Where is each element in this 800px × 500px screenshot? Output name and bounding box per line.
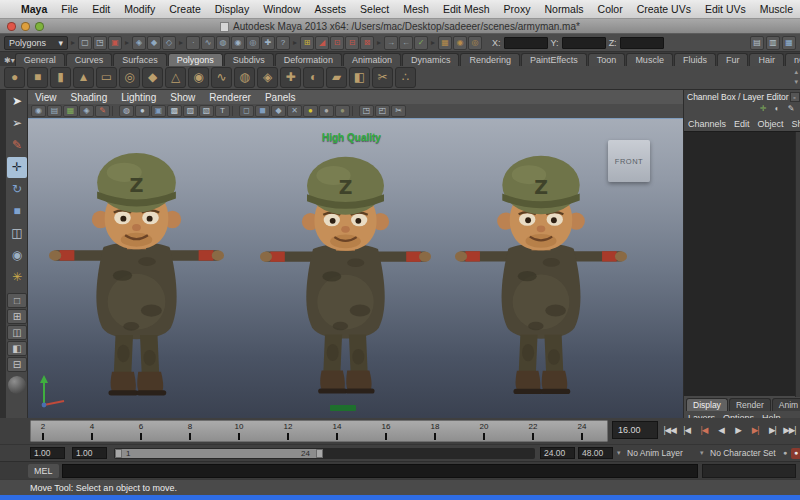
poly-helix-icon[interactable]: ∿ [211,67,232,88]
motion-blur-icon[interactable]: T [215,105,230,117]
xray-joints-icon[interactable]: ◰ [375,105,390,117]
command-line-mode-button[interactable]: MEL [28,464,59,478]
shelf-scroll-up-icon[interactable]: ▴ [794,67,798,77]
step-back-key-button[interactable]: |◀ [695,420,712,440]
merge-vertex-icon[interactable]: ∴ [395,67,416,88]
bookmarks-icon[interactable]: ▤ [47,105,62,117]
bevel-icon[interactable]: ◧ [349,67,370,88]
paint-effects-panel-button[interactable] [8,376,26,394]
menubar-item-maya[interactable]: Maya [14,0,54,18]
group-separator-icon[interactable]: ▸ [377,38,381,47]
select-hierarchy-icon[interactable]: ◈ [132,36,146,50]
persp-outliner-layout[interactable]: ◧ [7,341,27,356]
anim-layer-caret-icon[interactable]: ▾ [617,449,621,457]
poly-torus-icon[interactable]: ◎ [119,67,140,88]
soft-modification-tool[interactable]: ◉ [7,245,27,266]
shelf-tab-ncloth[interactable]: nCloth [785,53,800,66]
poly-cube-icon[interactable]: ■ [27,67,48,88]
range-end-handle[interactable] [316,449,323,458]
auto-keyframe-icon[interactable]: ● [791,448,800,459]
shelf-tab-hair[interactable]: Hair [749,53,784,66]
shelf-tab-muscle[interactable]: Muscle [626,53,673,66]
poly-platonic-icon[interactable]: ◈ [257,67,278,88]
camera-attributes-icon[interactable]: ◉ [31,105,46,117]
screen-space-ao-icon[interactable]: ▧ [199,105,214,117]
group-separator-icon[interactable]: ▸ [293,38,297,47]
step-back-frame-button[interactable]: |◀ [678,420,695,440]
menubar-item-proxy[interactable]: Proxy [497,0,538,18]
group-separator-icon[interactable]: ▸ [71,38,75,47]
exposure-icon[interactable]: ✂ [391,105,406,117]
group-separator-icon[interactable]: ▸ [125,38,129,47]
output-connections-icon[interactable]: ← [399,36,413,50]
animation-end-field[interactable]: 48.00 [578,447,613,459]
snap-surface-icon[interactable]: ⊠ [360,36,374,50]
layer-editor-tab-render[interactable]: Render [729,398,771,411]
combine-icon[interactable]: ✚ [280,67,301,88]
channel-box-menu-show[interactable]: Show [788,119,800,129]
poly-pipe-icon[interactable]: ◉ [188,67,209,88]
textured-icon[interactable]: ▣ [151,105,166,117]
z-coordinate-field[interactable] [620,37,664,49]
step-forward-key-button[interactable]: ▶| [747,420,764,440]
poly-cylinder-icon[interactable]: ▮ [50,67,71,88]
show-tool-settings-icon[interactable]: ▥ [766,36,780,50]
play-forwards-button[interactable]: ▶ [730,420,747,440]
universal-manipulator-tool[interactable]: ◫ [7,223,27,244]
select-component-icon[interactable]: ◇ [162,36,176,50]
view-cube-front-label[interactable]: FRONT [608,140,650,182]
shaded-icon[interactable]: ● [135,105,150,117]
use-all-lights-icon[interactable]: ▩ [167,105,182,117]
viewport-menu-shading[interactable]: Shading [64,92,115,103]
viewport-menu-lighting[interactable]: Lighting [114,92,163,103]
gate-mask-icon[interactable]: ✕ [287,105,302,117]
menubar-item-color[interactable]: Color [591,0,630,18]
shadows-icon[interactable]: ▨ [183,105,198,117]
menubar-item-edit-mesh[interactable]: Edit Mesh [436,0,497,18]
shelf-tab-fluids[interactable]: Fluids [674,53,716,66]
window-titlebar[interactable]: Autodesk Maya 2013 x64: /Users/mac/Deskt… [0,19,800,34]
snap-curve-icon[interactable]: ◢ [315,36,329,50]
two-pane-layout[interactable]: ◫ [7,325,27,340]
shelf-tab-animation[interactable]: Animation [343,53,401,66]
viewport-menu-view[interactable]: View [28,92,64,103]
four-pane-layout[interactable]: ⊞ [7,309,27,324]
hypergraph-persp-layout[interactable]: ⊟ [7,357,27,372]
textured-bulb-icon[interactable]: ● [335,105,350,117]
channel-box-menu-edit[interactable]: Edit [730,119,754,129]
show-manipulator-tool[interactable]: ✳ [7,267,27,288]
shelf-tab-curves[interactable]: Curves [66,53,113,66]
field-chart-icon[interactable]: ◼ [255,105,270,117]
playback-start-field[interactable]: 1.00 [72,447,107,459]
play-backwards-button[interactable]: ◀ [712,420,729,440]
lasso-select-tool[interactable]: ➢ [7,113,27,134]
group-separator-icon[interactable]: ▸ [431,38,435,47]
menubar-item-create[interactable]: Create [162,0,208,18]
xray-icon[interactable]: ◳ [359,105,374,117]
new-scene-icon[interactable]: ▢ [78,36,92,50]
manip-axis-icon[interactable]: ✛ [757,104,769,115]
select-points-icon[interactable]: ∙ [186,36,200,50]
channel-box-menu-object[interactable]: Object [754,119,788,129]
shelf-menu-icon[interactable]: ✱ [4,55,11,66]
anim-layer-dropdown[interactable]: No Anim Layer [627,448,683,458]
snap-plane-icon[interactable]: ⊟ [345,36,359,50]
shelf-tab-general[interactable]: General [15,53,65,66]
scale-tool[interactable]: ■ [7,201,27,222]
menubar-item-edit-uvs[interactable]: Edit UVs [698,0,753,18]
poly-pyramid-icon[interactable]: △ [165,67,186,88]
isolate-select-icon[interactable]: ◻ [239,105,254,117]
resolution-gate-icon[interactable]: ◆ [271,105,286,117]
x-coordinate-field[interactable] [504,37,548,49]
input-connections-icon[interactable]: → [384,36,398,50]
shelf-tab-fur[interactable]: Fur [717,53,749,66]
show-channel-box-icon[interactable]: ▦ [782,36,796,50]
shelf-tab-toon[interactable]: Toon [588,53,626,66]
menubar-item-create-uvs[interactable]: Create UVs [630,0,698,18]
menubar-item-display[interactable]: Display [208,0,256,18]
shelf-tab-dynamics[interactable]: Dynamics [402,53,460,66]
select-surfaces-icon[interactable]: ◍ [216,36,230,50]
close-window-button[interactable] [7,22,16,31]
animation-start-field[interactable]: 1.00 [30,447,65,459]
layer-editor-tab-display[interactable]: Display [686,398,728,411]
